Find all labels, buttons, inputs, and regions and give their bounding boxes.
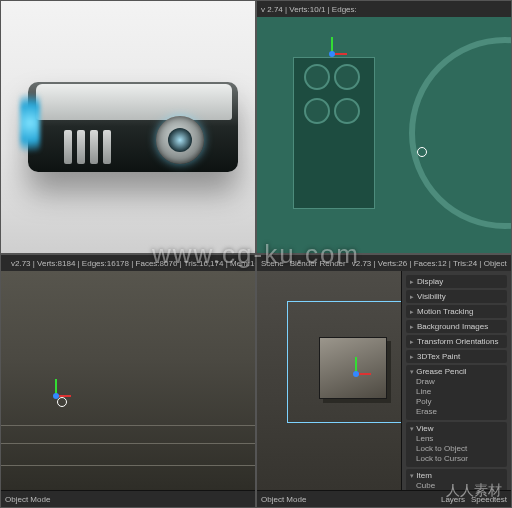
chevron-down-icon: ▾ (410, 425, 414, 432)
item-name-field[interactable]: Cube (416, 481, 503, 490)
viewport-b-stats: v2.73 | Verts:26 | Faces:12 | Tris:24 | … (352, 259, 507, 268)
npanel-cat-transform-orientations[interactable]: ▸Transform Orientations (406, 335, 507, 348)
properties-n-panel[interactable]: ▸Display ▸Visibility ▸Motion Tracking ▸B… (401, 271, 511, 491)
transform-gizmo[interactable] (317, 39, 347, 69)
gizmo-origin[interactable] (329, 51, 335, 57)
device-vents (64, 130, 111, 164)
uv-circle-icon (304, 98, 330, 124)
npanel-section-title: View (416, 424, 433, 433)
view-lock-object-field[interactable]: Lock to Object (416, 444, 503, 453)
npanel-label: Motion Tracking (417, 307, 473, 316)
gizmo-origin[interactable] (353, 371, 359, 377)
npanel-cat-motion-tracking[interactable]: ▸Motion Tracking (406, 305, 507, 318)
3d-cursor-icon[interactable] (57, 397, 67, 407)
grid-line (1, 443, 255, 444)
3d-viewport-b[interactable]: Scene Blender Render v2.73 | Verts:26 | … (256, 254, 512, 508)
grid-line (1, 465, 255, 466)
vent-bar (77, 130, 85, 164)
npanel-cat-3dtex-paint[interactable]: ▸3DTex Paint (406, 350, 507, 363)
uv-editor-header[interactable]: v 2.74 | Verts:10/1 | Edges: (257, 1, 511, 18)
npanel-item[interactable]: ▾ Item Cube (406, 469, 507, 491)
viewport-a-mode[interactable]: Object Mode (5, 495, 50, 504)
uv-large-ring[interactable] (409, 37, 512, 229)
uv-editor-pane[interactable]: v 2.74 | Verts:10/1 | Edges: (256, 0, 512, 254)
viewport-b-canvas[interactable] (257, 271, 401, 491)
uv-island-panel[interactable] (293, 57, 375, 209)
viewport-a-footer[interactable]: Object Mode (1, 490, 255, 507)
chevron-right-icon: ▸ (410, 293, 414, 301)
gp-line-button[interactable]: Line (416, 387, 503, 396)
viewport-a-canvas[interactable] (1, 271, 255, 491)
rendered-device (18, 72, 238, 182)
viewport-b-engine[interactable]: Blender Render (290, 259, 346, 268)
viewport-b-footer[interactable]: Object Mode Layers Speedtest (257, 490, 511, 507)
viewport-b-mode[interactable]: Object Mode (261, 495, 306, 504)
chevron-down-icon: ▾ (410, 472, 414, 479)
footer-layers[interactable]: Layers (441, 495, 465, 504)
vent-bar (64, 130, 72, 164)
npanel-label: Display (417, 277, 443, 286)
transform-gizmo[interactable] (41, 381, 71, 411)
chevron-down-icon: ▾ (410, 368, 414, 375)
npanel-cat-background-images[interactable]: ▸Background Images (406, 320, 507, 333)
chevron-right-icon: ▸ (410, 353, 414, 361)
vent-bar (90, 130, 98, 164)
device-glow (20, 94, 40, 152)
npanel-section-title: Item (416, 471, 432, 480)
npanel-cat-visibility[interactable]: ▸Visibility (406, 290, 507, 303)
gp-erase-button[interactable]: Erase (416, 407, 503, 416)
viewport-b-header[interactable]: Scene Blender Render v2.73 | Verts:26 | … (257, 255, 511, 272)
2d-cursor-icon[interactable] (417, 147, 427, 157)
grid-line (1, 425, 255, 426)
uv-canvas[interactable] (257, 17, 511, 253)
chevron-right-icon: ▸ (410, 308, 414, 316)
view-lock-cursor-toggle[interactable]: Lock to Cursor (416, 454, 503, 463)
uv-circle-icon (334, 98, 360, 124)
gp-poly-button[interactable]: Poly (416, 397, 503, 406)
npanel-cat-display[interactable]: ▸Display (406, 275, 507, 288)
3d-viewport-a[interactable]: Cycles Render v2.73 | Verts:8184 | Edges… (0, 254, 256, 508)
viewport-b-scene[interactable]: Scene (261, 259, 284, 268)
npanel-label: Visibility (417, 292, 446, 301)
npanel-grease-pencil[interactable]: ▾ Grease Pencil Draw Line Poly Erase (406, 365, 507, 420)
render-preview-pane (0, 0, 256, 254)
npanel-label: Background Images (417, 322, 488, 331)
transform-gizmo[interactable] (341, 359, 371, 389)
chevron-right-icon: ▸ (410, 278, 414, 286)
uv-header-info: v 2.74 | Verts:10/1 | Edges: (261, 5, 357, 14)
viewport-a-header[interactable]: Cycles Render v2.73 | Verts:8184 | Edges… (1, 255, 255, 272)
device-lens (168, 128, 192, 152)
device-top-plate (36, 84, 232, 120)
npanel-section-title: Grease Pencil (416, 367, 466, 376)
footer-speedtest[interactable]: Speedtest (471, 495, 507, 504)
npanel-label: 3DTex Paint (417, 352, 460, 361)
chevron-right-icon: ▸ (410, 338, 414, 346)
chevron-right-icon: ▸ (410, 323, 414, 331)
vent-bar (103, 130, 111, 164)
view-lens-field[interactable]: Lens (416, 434, 503, 443)
npanel-view[interactable]: ▾ View Lens Lock to Object Lock to Curso… (406, 422, 507, 467)
gp-draw-button[interactable]: Draw (416, 377, 503, 386)
viewport-a-stats: v2.73 | Verts:8184 | Edges:16178 | Faces… (11, 259, 256, 268)
npanel-label: Transform Orientations (417, 337, 499, 346)
